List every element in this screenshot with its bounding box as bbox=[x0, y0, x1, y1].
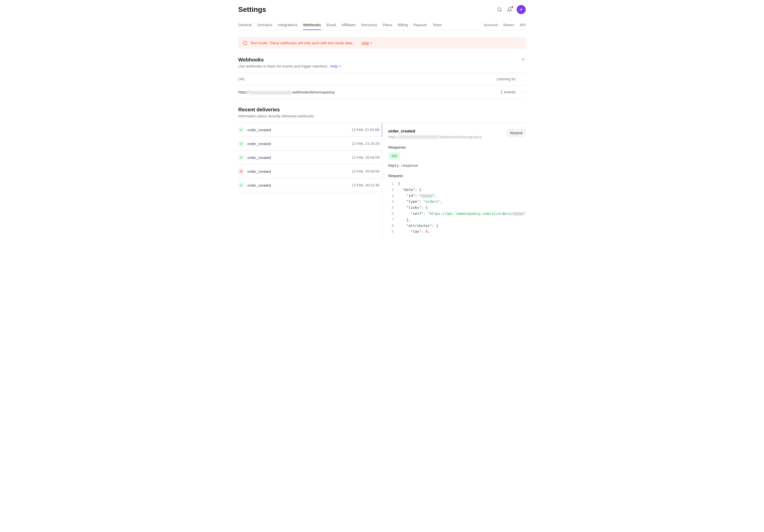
tab-payouts[interactable]: Payouts bbox=[413, 20, 427, 30]
detail-url: https://webhooks/lemonsqueezy bbox=[388, 135, 481, 139]
tab-plans[interactable]: Plans bbox=[383, 20, 392, 30]
add-button[interactable] bbox=[517, 5, 526, 14]
tab-stores[interactable]: Stores bbox=[503, 20, 514, 30]
delivery-event-name: order_created bbox=[247, 169, 348, 174]
status-code-badge: 200 bbox=[388, 152, 400, 160]
delivery-row[interactable]: order_created12 Feb, 21:16:29 bbox=[238, 137, 382, 151]
delivery-event-name: order_created bbox=[247, 128, 348, 132]
check-icon bbox=[238, 155, 244, 160]
section-title-recent: Recent deliveries bbox=[238, 107, 526, 113]
tab-integrations[interactable]: Integrations bbox=[278, 20, 297, 30]
redacted-id bbox=[421, 195, 433, 198]
test-mode-banner: Test mode: These webhooks will only work… bbox=[238, 37, 526, 49]
tab-webhooks[interactable]: Webhooks bbox=[303, 20, 321, 30]
events-count: 1 events bbox=[480, 90, 516, 94]
tab-account[interactable]: Account bbox=[484, 20, 497, 30]
col-header-url: URL bbox=[238, 77, 480, 81]
check-icon bbox=[238, 182, 244, 188]
section-desc-webhooks: Use webhooks to listen for events and tr… bbox=[238, 64, 341, 68]
section-title-webhooks: Webhooks bbox=[238, 57, 341, 63]
tab-email[interactable]: Email bbox=[326, 20, 336, 30]
check-icon bbox=[238, 127, 244, 132]
banner-help-link[interactable]: Help bbox=[361, 41, 372, 45]
delivery-event-name: order_created bbox=[247, 142, 348, 146]
webhook-row[interactable]: https:/webhooks/lemonsqueezy 1 events ··… bbox=[238, 85, 526, 99]
tab-team[interactable]: Team bbox=[433, 20, 442, 30]
resend-button[interactable]: Resend bbox=[506, 129, 526, 137]
delivery-row[interactable]: order_created12 Feb, 20:21:45 bbox=[238, 178, 382, 192]
delivery-time: 12 Feb, 21:52:08 bbox=[351, 128, 379, 132]
webhooks-help-link[interactable]: Help bbox=[330, 64, 341, 68]
empty-response: Empty response bbox=[388, 164, 526, 168]
delivery-time: 12 Feb, 21:16:29 bbox=[352, 142, 379, 146]
redacted-order-id bbox=[513, 212, 524, 215]
request-code: 1{ 2 "data": { 3 "id": "", 4 "type": "or… bbox=[388, 181, 526, 235]
page-title: Settings bbox=[238, 6, 266, 14]
tab-billing[interactable]: Billing bbox=[398, 20, 408, 30]
banner-text: Test mode: These webhooks will only work… bbox=[250, 41, 353, 45]
tab-api[interactable]: API bbox=[520, 20, 526, 30]
delivery-time: 12 Feb, 20:54:09 bbox=[352, 155, 379, 160]
request-label: Request: bbox=[388, 174, 526, 178]
tab-affiliates[interactable]: Affiliates bbox=[341, 20, 355, 30]
delivery-event-name: order_created bbox=[247, 183, 348, 188]
x-icon bbox=[238, 169, 244, 174]
delivery-time: 12 Feb, 20:43:56 bbox=[352, 169, 379, 173]
check-icon bbox=[238, 141, 244, 146]
redacted-url bbox=[399, 135, 439, 139]
delivery-row[interactable]: order_created12 Feb, 20:43:56 bbox=[238, 165, 382, 178]
delivery-row[interactable]: order_created12 Feb, 20:54:09 bbox=[238, 151, 382, 165]
delivery-detail-panel: order_created https://webhooks/lemonsque… bbox=[382, 123, 526, 241]
notification-dot bbox=[511, 6, 513, 8]
tab-general[interactable]: General bbox=[238, 20, 252, 30]
tabs-right: AccountStoresAPI bbox=[484, 20, 526, 30]
more-icon[interactable]: ··· bbox=[521, 90, 526, 94]
delivery-row[interactable]: order_created12 Feb, 21:52:08 bbox=[238, 123, 382, 137]
delivery-event-name: order_created bbox=[247, 155, 348, 160]
tabs-left: GeneralDomainsIntegrationsWebhooksEmailA… bbox=[238, 20, 442, 30]
delivery-time: 12 Feb, 20:21:45 bbox=[352, 183, 379, 187]
redacted-url bbox=[249, 91, 292, 94]
search-icon[interactable] bbox=[496, 7, 502, 13]
notification-icon[interactable] bbox=[506, 7, 513, 13]
tab-domains[interactable]: Domains bbox=[257, 20, 272, 30]
add-webhook-icon[interactable] bbox=[521, 57, 526, 62]
info-icon bbox=[243, 41, 247, 45]
col-header-listening: Listening for bbox=[480, 77, 516, 81]
detail-title: order_created bbox=[388, 129, 481, 134]
tab-recovery[interactable]: Recovery bbox=[361, 20, 377, 30]
section-desc-recent: Information about recently delivered web… bbox=[238, 114, 526, 118]
response-label: Response: bbox=[388, 145, 526, 149]
svg-point-0 bbox=[498, 8, 501, 11]
